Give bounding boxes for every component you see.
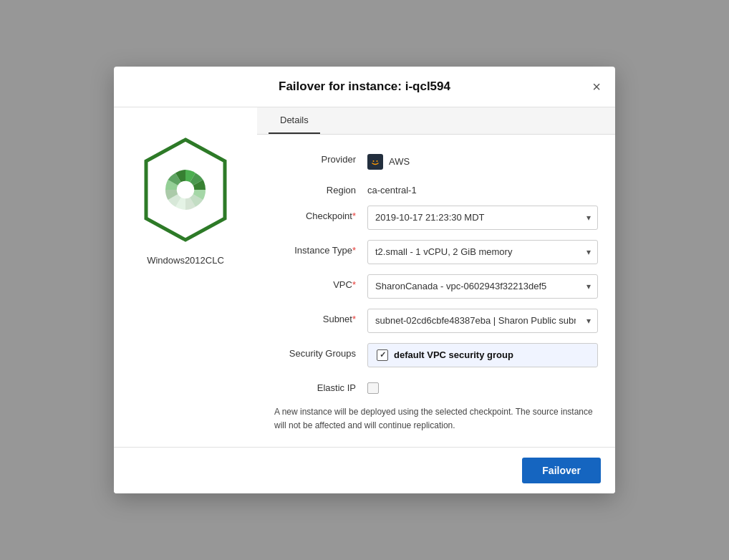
svg-rect-2 bbox=[370, 156, 381, 168]
elastic-ip-row: Elastic IP bbox=[274, 377, 598, 394]
vpc-label: VPC* bbox=[274, 274, 367, 290]
form-area: Provider AWS bbox=[257, 135, 615, 447]
instance-type-select-wrapper: t2.small - 1 vCPU, 2 GiB memory ▾ bbox=[367, 240, 598, 264]
provider-row: Provider AWS bbox=[274, 149, 598, 170]
checkpoint-select-wrapper: 2019-10-17 21:23:30 MDT ▾ bbox=[367, 206, 598, 230]
vpc-select[interactable]: SharonCanada - vpc-0602943f32213def5 bbox=[367, 274, 598, 299]
elastic-ip-value bbox=[367, 377, 598, 394]
provider-value: AWS bbox=[367, 149, 598, 170]
region-value: ca-central-1 bbox=[367, 180, 598, 195]
subnet-required: * bbox=[352, 314, 356, 324]
aws-icon bbox=[367, 154, 383, 170]
checkpoint-row: Checkpoint* 2019-10-17 21:23:30 MDT ▾ bbox=[274, 206, 598, 230]
checkpoint-label: Checkpoint* bbox=[274, 206, 367, 221]
tab-details[interactable]: Details bbox=[269, 107, 320, 134]
checkpoint-select[interactable]: 2019-10-17 21:23:30 MDT bbox=[367, 206, 598, 230]
region-row: Region ca-central-1 bbox=[274, 180, 598, 195]
modal-body: Windows2012CLC Details Provider bbox=[114, 107, 615, 447]
security-group-item: default VPC security group bbox=[394, 349, 513, 360]
instance-type-required: * bbox=[352, 245, 356, 256]
region-label: Region bbox=[274, 180, 367, 195]
vpc-required: * bbox=[352, 279, 356, 290]
right-panel: Details Provider bbox=[257, 107, 615, 447]
modal-dialog: Failover for instance: i-qcl594 × bbox=[114, 67, 615, 493]
close-button[interactable]: × bbox=[589, 77, 604, 97]
svg-point-3 bbox=[373, 160, 375, 162]
svg-marker-0 bbox=[146, 140, 225, 240]
modal-overlay: Failover for instance: i-qcl594 × bbox=[0, 0, 729, 560]
security-groups-label: Security Groups bbox=[274, 343, 367, 359]
elastic-ip-label: Elastic IP bbox=[274, 377, 367, 393]
provider-label: Provider bbox=[274, 149, 367, 165]
instance-name: Windows2012CLC bbox=[147, 255, 224, 266]
provider-text: AWS bbox=[389, 156, 410, 167]
tab-bar: Details bbox=[257, 107, 615, 135]
failover-button[interactable]: Failover bbox=[522, 458, 601, 483]
hexagon-border-icon bbox=[139, 136, 232, 243]
subnet-select[interactable]: subnet-02cd6cbfe48387eba | Sharon Public… bbox=[367, 309, 598, 333]
elastic-ip-checkbox[interactable] bbox=[367, 382, 379, 394]
info-text: A new instance will be deployed using th… bbox=[274, 405, 598, 433]
security-group-checkbox[interactable] bbox=[377, 349, 388, 361]
instance-icon-container bbox=[139, 136, 232, 243]
security-groups-box: default VPC security group bbox=[367, 343, 598, 367]
instance-type-label: Instance Type* bbox=[274, 240, 367, 256]
instance-type-row: Instance Type* t2.small - 1 vCPU, 2 GiB … bbox=[274, 240, 598, 264]
subnet-row: Subnet* subnet-02cd6cbfe48387eba | Sharo… bbox=[274, 309, 598, 333]
vpc-row: VPC* SharonCanada - vpc-0602943f32213def… bbox=[274, 274, 598, 299]
modal-footer: Failover bbox=[114, 447, 615, 493]
instance-type-select[interactable]: t2.small - 1 vCPU, 2 GiB memory bbox=[367, 240, 598, 264]
modal-title: Failover for instance: i-qcl594 bbox=[279, 79, 450, 94]
modal-header: Failover for instance: i-qcl594 × bbox=[114, 67, 615, 107]
subnet-label: Subnet* bbox=[274, 309, 367, 324]
checkpoint-required: * bbox=[352, 211, 356, 221]
vpc-select-wrapper: SharonCanada - vpc-0602943f32213def5 ▾ bbox=[367, 274, 598, 299]
security-groups-row: Security Groups default VPC security gro… bbox=[274, 343, 598, 367]
subnet-select-wrapper: subnet-02cd6cbfe48387eba | Sharon Public… bbox=[367, 309, 598, 333]
svg-point-4 bbox=[377, 160, 378, 162]
left-panel: Windows2012CLC bbox=[114, 107, 257, 447]
